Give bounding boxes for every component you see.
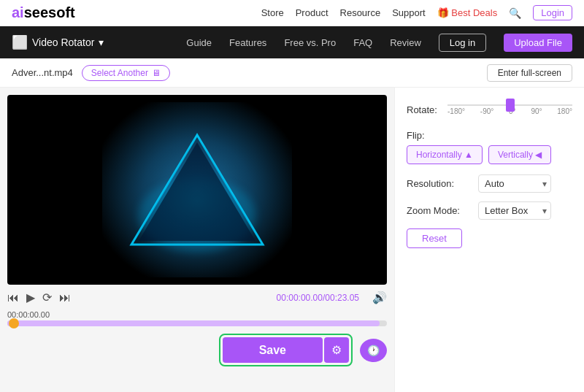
second-nav: ⬜ Video Rotator ▾ Guide Features Free vs… — [0, 26, 584, 58]
flip-buttons-row: Horizontally ▲ Vertically ◀ — [407, 145, 572, 164]
video-rotator-icon: ⬜ — [12, 34, 28, 50]
toolbar-row: Adver...nt.mp4 Select Another 🖥 Enter fu… — [0, 58, 584, 88]
save-row: Save ⚙ 🕐 — [7, 326, 387, 366]
progress-thumb[interactable] — [9, 318, 19, 328]
replay-button[interactable]: ⟳ — [42, 291, 52, 304]
play-button[interactable]: ▶ — [26, 291, 35, 304]
resolution-label: Resolution: — [407, 178, 472, 189]
login-button[interactable]: Login — [533, 5, 572, 20]
nav-product[interactable]: Product — [296, 7, 328, 18]
select-another-button[interactable]: Select Another 🖥 — [82, 65, 170, 81]
nav-support[interactable]: Support — [392, 7, 426, 18]
video-player[interactable] — [7, 95, 387, 285]
file-name: Adver...nt.mp4 — [12, 67, 73, 78]
marker-neg180: -180° — [447, 107, 465, 115]
video-preview — [102, 102, 292, 277]
nav-store[interactable]: Store — [261, 7, 284, 18]
progress-fill — [7, 320, 380, 326]
resolution-select-wrapper: Auto 1080p 720p 480p 360p — [478, 174, 551, 193]
dropdown-icon[interactable]: ▾ — [99, 36, 104, 48]
nav-resource[interactable]: Resource — [340, 7, 381, 18]
flip-section: Flip: Horizontally ▲ Vertically ◀ — [407, 130, 572, 164]
nav-freevspro[interactable]: Free vs. Pro — [284, 37, 336, 48]
history-button[interactable]: 🕐 — [360, 339, 387, 362]
rotate-row: Rotate: -180° -90° 0° 90° 180° — [407, 99, 572, 120]
nav-features[interactable]: Features — [229, 37, 266, 48]
nav-review[interactable]: Review — [390, 37, 421, 48]
fullscreen-button[interactable]: Enter full-screen — [487, 64, 572, 82]
second-nav-links: Guide Features Free vs. Pro FAQ Review L… — [186, 34, 572, 52]
zoom-select-wrapper: Letter Box Full Screen Crop — [478, 201, 551, 220]
top-nav: aiseesoft Store Product Resource Support… — [0, 0, 584, 26]
search-icon[interactable]: 🔍 — [509, 7, 521, 19]
login-button-2[interactable]: Log in — [439, 34, 486, 52]
upload-button[interactable]: Upload File — [504, 34, 572, 52]
flip-horizontal-button[interactable]: Horizontally ▲ — [407, 145, 483, 164]
logo: aiseesoft — [12, 4, 75, 21]
rotate-label: Rotate: — [407, 104, 442, 115]
nav-guide[interactable]: Guide — [186, 37, 212, 48]
save-button[interactable]: Save — [223, 337, 323, 363]
volume-icon[interactable]: 🔊 — [372, 291, 387, 304]
logo-ai: ai — [12, 4, 24, 20]
marker-neg90: -90° — [480, 107, 493, 115]
resolution-row: Resolution: Auto 1080p 720p 480p 360p — [407, 174, 572, 193]
app-title: ⬜ Video Rotator ▾ — [12, 34, 104, 50]
monitor-icon: 🖥 — [152, 68, 161, 78]
rotate-track[interactable] — [447, 104, 572, 106]
rewind-button[interactable]: ⏮ — [7, 291, 19, 304]
best-deals[interactable]: 🎁 Best Deals — [437, 7, 497, 18]
flip-vertical-button[interactable]: Vertically ◀ — [488, 145, 551, 164]
progress-bar[interactable] — [7, 320, 387, 326]
rotate-slider-container: -180° -90° 0° 90° 180° — [447, 99, 572, 120]
flip-label: Flip: — [407, 130, 572, 141]
logo-rest: seesoft — [24, 4, 75, 20]
settings-button[interactable]: ⚙ — [324, 337, 349, 363]
history-icon: 🕐 — [367, 345, 380, 356]
resolution-select[interactable]: Auto 1080p 720p 480p 360p — [478, 174, 551, 193]
save-button-wrapper: Save ⚙ — [219, 334, 353, 366]
video-area: ⏮ ▶ ⟳ ⏭ 00:00:00.00/00:23.05 🔊 00:00:00.… — [0, 88, 394, 392]
select-another-label: Select Another — [91, 68, 148, 78]
forward-button[interactable]: ⏭ — [59, 291, 71, 304]
nav-faq[interactable]: FAQ — [353, 37, 372, 48]
zoom-row: Zoom Mode: Letter Box Full Screen Crop — [407, 201, 572, 220]
time-display: 00:00:00.00/00:23.05 — [277, 293, 359, 303]
rotate-thumb[interactable] — [506, 99, 515, 112]
timeline-area: 00:00:00.00 — [7, 307, 387, 326]
marker-180: 180° — [557, 107, 572, 115]
triangle-graphic — [117, 120, 277, 259]
marker-90: 90° — [531, 107, 542, 115]
time-label: 00:00:00.00 — [7, 310, 387, 319]
zoom-select[interactable]: Letter Box Full Screen Crop — [478, 201, 551, 220]
settings-icon: ⚙ — [331, 344, 342, 356]
reset-button[interactable]: Reset — [407, 228, 462, 248]
app-title-text: Video Rotator — [32, 36, 94, 48]
zoom-label: Zoom Mode: — [407, 205, 472, 216]
main-content: ⏮ ▶ ⟳ ⏭ 00:00:00.00/00:23.05 🔊 00:00:00.… — [0, 88, 584, 392]
right-panel: Rotate: -180° -90° 0° 90° 180° — [394, 88, 584, 392]
reset-section: Reset — [407, 228, 572, 248]
controls-row: ⏮ ▶ ⟳ ⏭ 00:00:00.00/00:23.05 🔊 — [7, 285, 387, 307]
